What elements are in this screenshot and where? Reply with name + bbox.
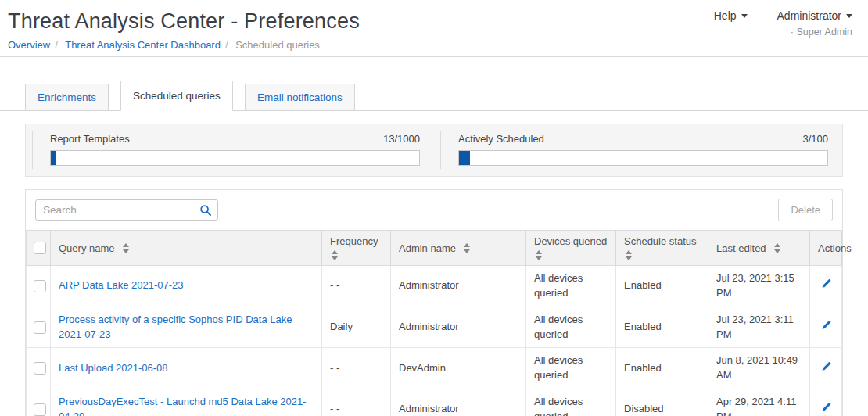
delete-button[interactable]: Delete bbox=[778, 199, 833, 221]
sort-arrows-icon[interactable] bbox=[626, 250, 632, 260]
query-name-link[interactable]: Process activity of a specific Sophos PI… bbox=[59, 314, 292, 340]
help-menu[interactable]: Help bbox=[714, 9, 748, 22]
stat-block: Actively Scheduled 3/100 bbox=[440, 131, 842, 169]
stat-label: Report Templates bbox=[50, 133, 130, 145]
select-all-cell bbox=[27, 231, 51, 266]
stat-block: Report Templates 13/1000 bbox=[32, 131, 434, 169]
frequency-cell: - - bbox=[322, 348, 391, 389]
column-header-label: Last edited bbox=[716, 242, 766, 254]
column-header-label: Devices queried bbox=[534, 235, 607, 247]
scheduled-queries-table: Query name Frequency Admin n bbox=[26, 230, 842, 416]
breadcrumb-item[interactable]: Overview bbox=[8, 39, 50, 51]
column-header[interactable]: Actions bbox=[810, 231, 842, 266]
sort-arrows-icon[interactable] bbox=[123, 243, 129, 253]
query-name-cell: ARP Data Lake 2021-07-23 bbox=[51, 266, 322, 307]
stats-panel: Report Templates 13/1000 Actively Schedu… bbox=[25, 124, 843, 177]
admin-name-cell: Administrator bbox=[391, 307, 526, 348]
select-all-checkbox[interactable] bbox=[34, 242, 46, 254]
row-checkbox-cell bbox=[27, 266, 51, 307]
schedule-status-cell: Enabled bbox=[616, 266, 708, 307]
query-name-link[interactable]: Last Upload 2021-06-08 bbox=[59, 362, 168, 374]
page-header: Threat Analysis Center - Preferences Ove… bbox=[0, 0, 868, 57]
row-checkbox[interactable] bbox=[34, 403, 46, 416]
progress-bar bbox=[458, 150, 828, 166]
query-name-cell: Last Upload 2021-06-08 bbox=[51, 348, 322, 389]
schedule-status-cell: Disabled bbox=[616, 389, 708, 416]
edit-pencil-icon[interactable] bbox=[820, 319, 832, 335]
tab[interactable]: Enrichments bbox=[25, 84, 109, 111]
tab-label: Email notifications bbox=[257, 91, 343, 103]
sort-arrows-icon[interactable] bbox=[774, 243, 780, 253]
sort-arrows-icon[interactable] bbox=[332, 250, 338, 260]
actions-cell bbox=[810, 348, 842, 389]
admin-name-cell: Administrator bbox=[391, 389, 526, 416]
row-checkbox-cell bbox=[27, 348, 51, 389]
column-header[interactable]: Devices queried bbox=[526, 231, 616, 266]
header-right: Help Administrator · Super Admin bbox=[714, 9, 852, 38]
actions-cell bbox=[810, 389, 842, 416]
user-role: · Super Admin bbox=[714, 27, 852, 38]
tab[interactable]: Email notifications bbox=[245, 84, 355, 111]
stat-label: Actively Scheduled bbox=[458, 133, 544, 145]
last-edited-cell: Jul 23, 2021 3:11 PM bbox=[708, 307, 810, 348]
breadcrumb-separator: / bbox=[225, 39, 228, 51]
devices-queried-cell: All devices queried bbox=[526, 266, 616, 307]
progress-fill bbox=[459, 151, 470, 165]
schedule-status-cell: Enabled bbox=[616, 307, 708, 348]
breadcrumb-item[interactable]: Scheduled queries bbox=[235, 39, 320, 51]
breadcrumb-item[interactable]: Threat Analysis Center Dashboard bbox=[65, 39, 221, 51]
stat-value: 3/100 bbox=[802, 133, 828, 145]
search-input[interactable] bbox=[35, 199, 218, 221]
search-box bbox=[35, 199, 218, 221]
sort-arrows-icon[interactable] bbox=[464, 243, 470, 253]
user-menu-label: Administrator bbox=[777, 9, 841, 22]
admin-name-cell: Administrator bbox=[391, 266, 526, 307]
column-header[interactable]: Query name bbox=[51, 231, 322, 266]
frequency-cell: Daily bbox=[322, 307, 391, 348]
stat-value: 13/1000 bbox=[383, 133, 420, 145]
table-row: Process activity of a specific Sophos PI… bbox=[27, 307, 842, 348]
row-checkbox[interactable] bbox=[34, 321, 46, 334]
breadcrumb-separator: / bbox=[55, 39, 58, 51]
column-header[interactable]: Schedule status bbox=[616, 231, 708, 266]
query-name-link[interactable]: PreviousDayExecTest - Launchd md5 Data L… bbox=[59, 396, 307, 416]
table-header-row: Query name Frequency Admin n bbox=[27, 231, 842, 266]
search-icon[interactable] bbox=[199, 204, 212, 217]
edit-pencil-icon[interactable] bbox=[820, 278, 832, 294]
sort-arrows-icon[interactable] bbox=[536, 250, 542, 260]
column-header-label: Frequency bbox=[330, 235, 378, 247]
tab-label: Enrichments bbox=[38, 91, 96, 103]
row-checkbox-cell bbox=[27, 389, 51, 416]
admin-name-cell: DevAdmin bbox=[391, 348, 526, 389]
last-edited-cell: Jun 8, 2021 10:49 AM bbox=[708, 348, 810, 389]
row-checkbox[interactable] bbox=[34, 362, 46, 375]
table-card: Delete Query name bbox=[25, 189, 843, 416]
column-header[interactable]: Frequency bbox=[322, 231, 391, 266]
row-checkbox[interactable] bbox=[34, 280, 46, 292]
column-header-label: Query name bbox=[59, 242, 115, 254]
query-name-cell: PreviousDayExecTest - Launchd md5 Data L… bbox=[51, 389, 322, 416]
edit-pencil-icon[interactable] bbox=[820, 360, 832, 377]
query-name-link[interactable]: ARP Data Lake 2021-07-23 bbox=[59, 279, 183, 291]
devices-queried-cell: All devices queried bbox=[526, 348, 616, 389]
column-header[interactable]: Admin name bbox=[391, 231, 526, 266]
devices-queried-cell: All devices queried bbox=[526, 307, 616, 348]
row-checkbox-cell bbox=[27, 307, 51, 348]
query-name-cell: Process activity of a specific Sophos PI… bbox=[51, 307, 322, 348]
tab[interactable]: Scheduled queries bbox=[120, 81, 233, 111]
frequency-cell: - - bbox=[322, 389, 391, 416]
last-edited-cell: Apr 29, 2021 4:11 PM bbox=[708, 389, 810, 416]
edit-pencil-icon[interactable] bbox=[820, 401, 832, 416]
progress-bar bbox=[50, 150, 420, 166]
table-row: Last Upload 2021-06-08 - - DevAdmin All … bbox=[27, 348, 842, 389]
frequency-cell: - - bbox=[322, 266, 391, 307]
table-row: ARP Data Lake 2021-07-23 - - Administrat… bbox=[27, 266, 842, 307]
progress-fill bbox=[51, 151, 56, 165]
column-header[interactable]: Last edited bbox=[708, 231, 810, 266]
breadcrumb: Overview/ Threat Analysis Center Dashboa… bbox=[8, 39, 852, 51]
user-menu[interactable]: Administrator bbox=[777, 9, 852, 22]
schedule-status-cell: Enabled bbox=[616, 348, 708, 389]
last-edited-cell: Jul 23, 2021 3:15 PM bbox=[708, 266, 810, 307]
tab-label: Scheduled queries bbox=[133, 90, 221, 102]
column-header-label: Schedule status bbox=[624, 235, 697, 247]
